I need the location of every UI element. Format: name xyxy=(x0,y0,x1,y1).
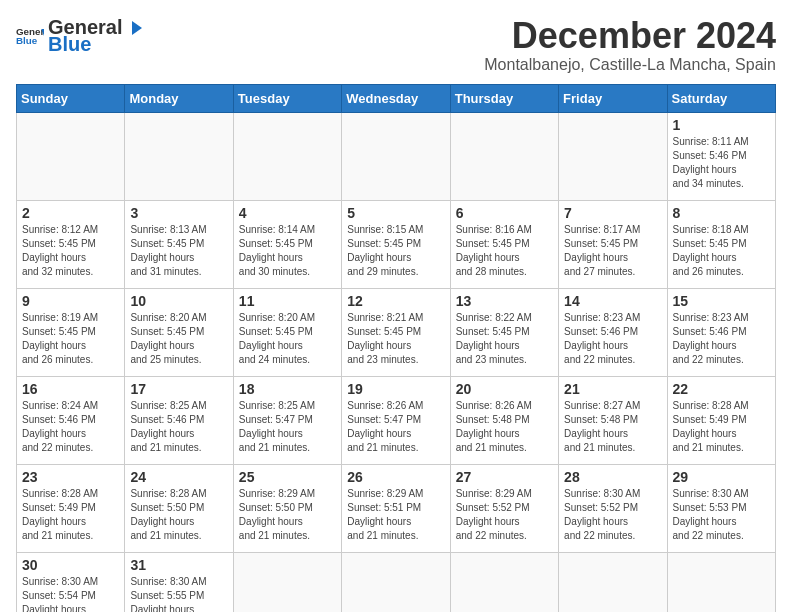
calendar-cell: 27 Sunrise: 8:29 AMSunset: 5:52 PMDaylig… xyxy=(450,464,558,552)
month-title: December 2024 xyxy=(484,16,776,56)
logo-arrow-icon xyxy=(124,17,146,39)
day-info: Sunrise: 8:23 AMSunset: 5:46 PMDaylight … xyxy=(673,312,749,365)
calendar-cell xyxy=(450,552,558,612)
day-number: 15 xyxy=(673,293,770,309)
header-thursday: Thursday xyxy=(450,84,558,112)
calendar-cell: 25 Sunrise: 8:29 AMSunset: 5:50 PMDaylig… xyxy=(233,464,341,552)
day-info: Sunrise: 8:20 AMSunset: 5:45 PMDaylight … xyxy=(130,312,206,365)
day-info: Sunrise: 8:17 AMSunset: 5:45 PMDaylight … xyxy=(564,224,640,277)
calendar-cell: 4 Sunrise: 8:14 AMSunset: 5:45 PMDayligh… xyxy=(233,200,341,288)
day-number: 19 xyxy=(347,381,444,397)
weekday-header-row: Sunday Monday Tuesday Wednesday Thursday… xyxy=(17,84,776,112)
calendar-cell xyxy=(125,112,233,200)
day-number: 11 xyxy=(239,293,336,309)
calendar-cell: 28 Sunrise: 8:30 AMSunset: 5:52 PMDaylig… xyxy=(559,464,667,552)
calendar-cell: 21 Sunrise: 8:27 AMSunset: 5:48 PMDaylig… xyxy=(559,376,667,464)
calendar-row: 1 Sunrise: 8:11 AMSunset: 5:46 PMDayligh… xyxy=(17,112,776,200)
calendar-row: 23 Sunrise: 8:28 AMSunset: 5:49 PMDaylig… xyxy=(17,464,776,552)
calendar-cell: 20 Sunrise: 8:26 AMSunset: 5:48 PMDaylig… xyxy=(450,376,558,464)
calendar-cell: 8 Sunrise: 8:18 AMSunset: 5:45 PMDayligh… xyxy=(667,200,775,288)
day-info: Sunrise: 8:28 AMSunset: 5:49 PMDaylight … xyxy=(22,488,98,541)
day-info: Sunrise: 8:26 AMSunset: 5:47 PMDaylight … xyxy=(347,400,423,453)
header: General Blue General Blue December 2024 … xyxy=(16,16,776,74)
day-number: 13 xyxy=(456,293,553,309)
header-tuesday: Tuesday xyxy=(233,84,341,112)
calendar-cell: 23 Sunrise: 8:28 AMSunset: 5:49 PMDaylig… xyxy=(17,464,125,552)
day-number: 16 xyxy=(22,381,119,397)
day-number: 17 xyxy=(130,381,227,397)
calendar-cell: 18 Sunrise: 8:25 AMSunset: 5:47 PMDaylig… xyxy=(233,376,341,464)
calendar-cell xyxy=(233,112,341,200)
day-info: Sunrise: 8:16 AMSunset: 5:45 PMDaylight … xyxy=(456,224,532,277)
calendar-cell xyxy=(450,112,558,200)
calendar-cell xyxy=(17,112,125,200)
day-info: Sunrise: 8:30 AMSunset: 5:52 PMDaylight … xyxy=(564,488,640,541)
day-number: 22 xyxy=(673,381,770,397)
day-number: 21 xyxy=(564,381,661,397)
calendar-cell: 19 Sunrise: 8:26 AMSunset: 5:47 PMDaylig… xyxy=(342,376,450,464)
calendar-row: 30 Sunrise: 8:30 AMSunset: 5:54 PMDaylig… xyxy=(17,552,776,612)
header-saturday: Saturday xyxy=(667,84,775,112)
calendar-cell xyxy=(559,552,667,612)
day-info: Sunrise: 8:30 AMSunset: 5:55 PMDaylight … xyxy=(130,576,206,612)
svg-marker-3 xyxy=(132,21,142,35)
calendar-cell: 31 Sunrise: 8:30 AMSunset: 5:55 PMDaylig… xyxy=(125,552,233,612)
header-sunday: Sunday xyxy=(17,84,125,112)
day-info: Sunrise: 8:14 AMSunset: 5:45 PMDaylight … xyxy=(239,224,315,277)
day-info: Sunrise: 8:30 AMSunset: 5:54 PMDaylight … xyxy=(22,576,98,612)
day-info: Sunrise: 8:25 AMSunset: 5:47 PMDaylight … xyxy=(239,400,315,453)
calendar-cell: 6 Sunrise: 8:16 AMSunset: 5:45 PMDayligh… xyxy=(450,200,558,288)
day-number: 20 xyxy=(456,381,553,397)
calendar-cell: 1 Sunrise: 8:11 AMSunset: 5:46 PMDayligh… xyxy=(667,112,775,200)
calendar-cell: 14 Sunrise: 8:23 AMSunset: 5:46 PMDaylig… xyxy=(559,288,667,376)
day-number: 2 xyxy=(22,205,119,221)
day-info: Sunrise: 8:21 AMSunset: 5:45 PMDaylight … xyxy=(347,312,423,365)
day-number: 7 xyxy=(564,205,661,221)
day-info: Sunrise: 8:24 AMSunset: 5:46 PMDaylight … xyxy=(22,400,98,453)
calendar-cell: 2 Sunrise: 8:12 AMSunset: 5:45 PMDayligh… xyxy=(17,200,125,288)
day-number: 28 xyxy=(564,469,661,485)
calendar-cell: 12 Sunrise: 8:21 AMSunset: 5:45 PMDaylig… xyxy=(342,288,450,376)
day-number: 24 xyxy=(130,469,227,485)
day-number: 27 xyxy=(456,469,553,485)
day-info: Sunrise: 8:29 AMSunset: 5:52 PMDaylight … xyxy=(456,488,532,541)
calendar-cell: 17 Sunrise: 8:25 AMSunset: 5:46 PMDaylig… xyxy=(125,376,233,464)
day-number: 30 xyxy=(22,557,119,573)
calendar-cell: 15 Sunrise: 8:23 AMSunset: 5:46 PMDaylig… xyxy=(667,288,775,376)
day-info: Sunrise: 8:19 AMSunset: 5:45 PMDaylight … xyxy=(22,312,98,365)
title-area: December 2024 Montalbanejo, Castille-La … xyxy=(484,16,776,74)
day-number: 31 xyxy=(130,557,227,573)
day-number: 4 xyxy=(239,205,336,221)
day-number: 6 xyxy=(456,205,553,221)
header-wednesday: Wednesday xyxy=(342,84,450,112)
day-info: Sunrise: 8:12 AMSunset: 5:45 PMDaylight … xyxy=(22,224,98,277)
calendar-row: 9 Sunrise: 8:19 AMSunset: 5:45 PMDayligh… xyxy=(17,288,776,376)
calendar-cell: 30 Sunrise: 8:30 AMSunset: 5:54 PMDaylig… xyxy=(17,552,125,612)
day-info: Sunrise: 8:28 AMSunset: 5:50 PMDaylight … xyxy=(130,488,206,541)
logo-icon: General Blue xyxy=(16,22,44,50)
calendar-cell: 9 Sunrise: 8:19 AMSunset: 5:45 PMDayligh… xyxy=(17,288,125,376)
day-number: 10 xyxy=(130,293,227,309)
day-number: 18 xyxy=(239,381,336,397)
day-info: Sunrise: 8:25 AMSunset: 5:46 PMDaylight … xyxy=(130,400,206,453)
day-number: 3 xyxy=(130,205,227,221)
day-number: 8 xyxy=(673,205,770,221)
day-number: 14 xyxy=(564,293,661,309)
calendar-row: 2 Sunrise: 8:12 AMSunset: 5:45 PMDayligh… xyxy=(17,200,776,288)
day-info: Sunrise: 8:18 AMSunset: 5:45 PMDaylight … xyxy=(673,224,749,277)
calendar-cell: 24 Sunrise: 8:28 AMSunset: 5:50 PMDaylig… xyxy=(125,464,233,552)
day-info: Sunrise: 8:11 AMSunset: 5:46 PMDaylight … xyxy=(673,136,749,189)
calendar-cell: 13 Sunrise: 8:22 AMSunset: 5:45 PMDaylig… xyxy=(450,288,558,376)
calendar-cell xyxy=(559,112,667,200)
day-info: Sunrise: 8:29 AMSunset: 5:50 PMDaylight … xyxy=(239,488,315,541)
day-info: Sunrise: 8:28 AMSunset: 5:49 PMDaylight … xyxy=(673,400,749,453)
location-title: Montalbanejo, Castille-La Mancha, Spain xyxy=(484,56,776,74)
calendar: Sunday Monday Tuesday Wednesday Thursday… xyxy=(16,84,776,612)
calendar-cell: 29 Sunrise: 8:30 AMSunset: 5:53 PMDaylig… xyxy=(667,464,775,552)
logo: General Blue General Blue xyxy=(16,16,146,56)
day-info: Sunrise: 8:22 AMSunset: 5:45 PMDaylight … xyxy=(456,312,532,365)
calendar-cell: 7 Sunrise: 8:17 AMSunset: 5:45 PMDayligh… xyxy=(559,200,667,288)
day-info: Sunrise: 8:29 AMSunset: 5:51 PMDaylight … xyxy=(347,488,423,541)
calendar-cell: 16 Sunrise: 8:24 AMSunset: 5:46 PMDaylig… xyxy=(17,376,125,464)
day-info: Sunrise: 8:26 AMSunset: 5:48 PMDaylight … xyxy=(456,400,532,453)
